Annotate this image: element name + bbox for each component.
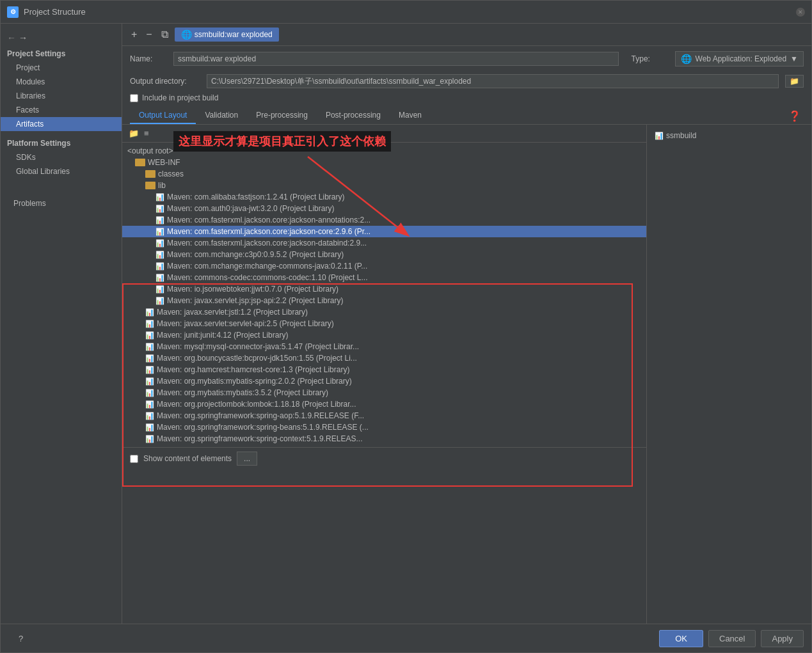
tree-item[interactable]: 📊 Maven: com.fasterxml.jackson.core:jack… (122, 214, 646, 226)
browse-button[interactable]: 📁 (785, 75, 804, 88)
action-bar: ? OK Cancel Apply (1, 624, 811, 652)
tree-item[interactable]: 📊 Maven: javax.servlet.jsp:jsp-api:2.2 (… (122, 295, 646, 306)
tab-output-layout[interactable]: Output Layout (130, 107, 196, 124)
main-area: + − ⧉ 🌐 ssmbuild:war exploded Name: (122, 24, 811, 624)
forward-arrow[interactable]: → (19, 33, 28, 43)
split-area: 📁 ≡ 这里显示才算是项目真正引入了这个依赖 (122, 125, 811, 624)
tree-item[interactable]: 📊 Maven: org.bouncycastle:bcprov-jdk15on… (122, 352, 646, 364)
lib-icon: 📊 (155, 262, 164, 271)
nav-arrows: ← → (1, 29, 122, 47)
lib-icon: 📊 (145, 389, 154, 397)
sidebar-item-sdks[interactable]: SDKs (1, 150, 122, 164)
lib-icon: 📊 (155, 285, 164, 294)
tree-item[interactable]: 📊 Maven: com.auth0:java-jwt:3.2.0 (Proje… (122, 203, 646, 214)
cancel-button[interactable]: Cancel (708, 630, 756, 647)
lib-icon: 📊 (655, 132, 664, 140)
remove-artifact-button[interactable]: − (143, 28, 154, 42)
lib-icon: 📊 (145, 423, 154, 432)
tree-item[interactable]: 📊 Maven: mysql:mysql-connector-java:5.1.… (122, 341, 646, 352)
sidebar-item-project[interactable]: Project (1, 61, 122, 75)
help-tab-button[interactable]: ❓ (786, 109, 804, 123)
output-path-input[interactable] (207, 74, 779, 88)
app-icon: ⚙ (7, 6, 19, 18)
sidebar-item-global-libraries[interactable]: Global Libraries (1, 164, 122, 178)
project-structure-window: ⚙ Project Structure ✕ ← → Project Settin… (0, 0, 812, 653)
tree-area: <output root> WEB-INF classes (122, 143, 646, 447)
window-title: Project Structure (24, 7, 86, 17)
show-content-label: Show content of elements (143, 454, 232, 463)
tree-item[interactable]: 📊 Maven: org.hamcrest:hamcrest-core:1.3 … (122, 364, 646, 375)
ok-button[interactable]: OK (659, 630, 703, 647)
help-button[interactable]: ? (8, 629, 29, 647)
right-panel: 📊 ssmbuild (647, 125, 811, 624)
panel-add-button[interactable]: 📁 (127, 127, 140, 139)
content-panel: Name: Type: 🌐 Web Application: Exploded … (122, 46, 811, 624)
tabs-row: Output Layout Validation Pre-processing … (122, 105, 811, 125)
tree-item[interactable]: lib (122, 180, 646, 191)
copy-artifact-button[interactable]: ⧉ (159, 28, 171, 42)
tree-item[interactable]: 📊 Maven: junit:junit:4.12 (Project Libra… (122, 329, 646, 341)
lib-icon: 📊 (155, 274, 164, 282)
name-type-row: Name: Type: 🌐 Web Application: Exploded … (122, 46, 811, 72)
title-bar: ⚙ Project Structure ✕ (1, 1, 811, 24)
tab-preprocessing[interactable]: Pre-processing (247, 107, 317, 124)
tree-item[interactable]: 📊 Maven: org.springframework:spring-aop:… (122, 410, 646, 421)
close-button[interactable]: ✕ (796, 8, 805, 17)
action-buttons: OK Cancel Apply (659, 630, 804, 647)
folder-icon (135, 159, 145, 166)
tree-item[interactable]: 📊 Maven: com.fasterxml.jackson.core:jack… (122, 237, 646, 249)
tree-item[interactable]: 📊 Maven: com.mchange:mchange-commons-jav… (122, 260, 646, 272)
tree-item[interactable]: 📊 Maven: javax.servlet:servlet-api:2.5 (… (122, 318, 646, 329)
lib-icon: 📊 (155, 251, 164, 259)
tree-item[interactable]: WEB-INF (122, 157, 646, 168)
tree-item[interactable]: 📊 Maven: org.mybatis:mybatis:3.5.2 (Proj… (122, 387, 646, 398)
type-dropdown[interactable]: 🌐 Web Application: Exploded ▼ (675, 51, 804, 67)
back-arrow[interactable]: ← (7, 33, 16, 43)
sidebar-item-modules[interactable]: Modules (1, 75, 122, 89)
tree-item-selected[interactable]: 📊 Maven: com.fasterxml.jackson.core:jack… (122, 226, 646, 237)
right-tree-item[interactable]: 📊 ssmbuild (652, 130, 806, 141)
tree-item[interactable]: 📊 Maven: javax.servlet:jstl:1.2 (Project… (122, 306, 646, 318)
tree-item[interactable]: 📊 Maven: commons-codec:commons-codec:1.1… (122, 272, 646, 283)
include-build-label: Include in project build (142, 93, 218, 102)
tree-root[interactable]: <output root> (122, 145, 646, 157)
lib-icon: 📊 (155, 205, 164, 213)
tree-item[interactable]: 📊 Maven: com.alibaba:fastjson:1.2.41 (Pr… (122, 191, 646, 203)
output-dir-row: Output directory: 📁 (122, 72, 811, 91)
type-label: Type: (632, 54, 670, 63)
main-content: ← → Project Settings Project Modules Lib… (1, 24, 811, 624)
include-build-row: Include in project build (122, 91, 811, 105)
tree-item[interactable]: 📊 Maven: org.springframework:spring-cont… (122, 433, 646, 445)
apply-button[interactable]: Apply (761, 630, 804, 647)
title-bar-left: ⚙ Project Structure (7, 6, 86, 18)
tab-maven[interactable]: Maven (390, 107, 431, 124)
title-bar-controls: ✕ (796, 8, 805, 17)
lib-icon: 📊 (145, 343, 154, 351)
name-input[interactable] (173, 52, 619, 66)
lib-icon: 📊 (145, 366, 154, 374)
show-content-checkbox[interactable] (130, 455, 138, 463)
tree-item[interactable]: 📊 Maven: org.mybatis:mybatis-spring:2.0.… (122, 375, 646, 387)
dots-button[interactable]: ... (237, 452, 257, 466)
panel-layout-button[interactable]: ≡ (143, 127, 150, 139)
tree-item[interactable]: 📊 Maven: com.mchange:c3p0:0.9.5.2 (Proje… (122, 249, 646, 260)
tab-validation[interactable]: Validation (196, 107, 247, 124)
artifact-tab[interactable]: 🌐 ssmbuild:war exploded (175, 28, 279, 42)
tree-item[interactable]: classes (122, 168, 646, 180)
sidebar-item-artifacts[interactable]: Artifacts (1, 117, 122, 131)
lib-icon: 📊 (145, 377, 154, 386)
add-artifact-button[interactable]: + (129, 28, 139, 42)
output-label: Output directory: (130, 77, 200, 86)
folder-icon (145, 170, 155, 178)
platform-settings-header: Platform Settings (1, 136, 122, 150)
include-build-checkbox[interactable] (130, 94, 138, 102)
sidebar-item-facets[interactable]: Facets (1, 103, 122, 117)
tree-item[interactable]: 📊 Maven: org.projectlombok:lombok:1.18.1… (122, 398, 646, 410)
tab-postprocessing[interactable]: Post-processing (317, 107, 390, 124)
sidebar-item-problems[interactable]: Problems (7, 196, 115, 210)
lib-icon: 📊 (145, 400, 154, 409)
name-field-container: Name: (130, 52, 619, 66)
tree-item[interactable]: 📊 Maven: io.jsonwebtoken:jjwt:0.7.0 (Pro… (122, 283, 646, 295)
tree-item[interactable]: 📊 Maven: org.springframework:spring-bean… (122, 421, 646, 433)
sidebar-item-libraries[interactable]: Libraries (1, 89, 122, 103)
